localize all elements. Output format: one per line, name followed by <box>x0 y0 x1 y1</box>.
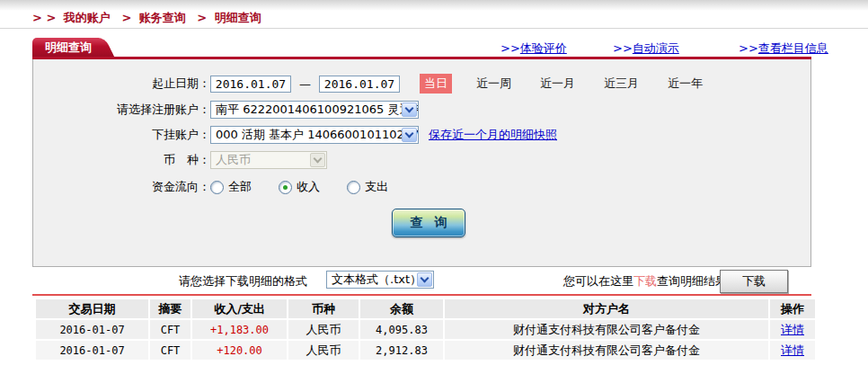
quick-range-quarter[interactable]: 近三月 <box>599 74 643 94</box>
download-format-value: 文本格式（.txt） <box>332 272 421 288</box>
cell-currency: 人民币 <box>288 341 359 360</box>
quick-range-today[interactable]: 当日 <box>420 74 452 94</box>
snapshot-link[interactable]: 保存近一个月的明细快照 <box>429 127 557 143</box>
download-format-label: 请您选择下载明细的格式 <box>179 273 307 289</box>
top-links: >>体验评价 >>自动演示 >>查看栏目信息 <box>0 40 811 57</box>
flow-option-expense[interactable]: 支出 <box>347 179 388 195</box>
query-form-panel: 起止日期： — 当日 近一周 近一月 近三月 近一年 请选择注册账户： 南平 6… <box>32 59 811 267</box>
chevron-down-icon[interactable] <box>402 102 417 117</box>
radio-icon[interactable] <box>347 181 360 194</box>
quick-range-week[interactable]: 近一周 <box>472 74 516 94</box>
breadcrumb-item-detail-query: 明细查询 <box>215 11 261 24</box>
divider-line <box>0 28 868 29</box>
cell-counterparty: 财付通支付科技有限公司客户备付金 <box>445 341 768 360</box>
detail-query-page: > > 我的账户 > 账务查询 > 明细查询 明细查询 >>体验评价 >>自动演… <box>0 0 868 383</box>
cell-amount: +1,183.00 <box>192 320 287 339</box>
download-hint-after: 查询明细结果 <box>657 274 727 288</box>
link-view-column-info[interactable]: >>查看栏目信息 <box>739 40 828 57</box>
col-header-summary: 摘要 <box>150 299 190 318</box>
download-format-select[interactable]: 文本格式（.txt） <box>326 271 434 289</box>
link-auto-demo[interactable]: >>自动演示 <box>613 40 679 57</box>
flow-option-income[interactable]: 收入 <box>279 179 320 195</box>
download-hint: 您可以在这里下载查询明细结果 <box>563 273 727 289</box>
col-header-counterparty: 对方户名 <box>445 299 768 318</box>
flow-option-all[interactable]: 全部 <box>210 179 252 195</box>
download-hint-highlight: 下载 <box>633 274 657 288</box>
cell-amount: +120.00 <box>192 341 287 360</box>
table-row: 2016-01-07 CFT +1,183.00 人民币 4,095.83 财付… <box>36 320 815 339</box>
detail-link[interactable]: 详情 <box>781 323 804 336</box>
detail-link[interactable]: 详情 <box>781 343 804 357</box>
breadcrumb-separator: > <box>121 11 131 24</box>
table-row: 2016-01-07 CFT +120.00 人民币 2,912.83 财付通支… <box>36 341 815 360</box>
breadcrumb-item-my-account[interactable]: 我的账户 <box>64 11 111 24</box>
chevron-down-icon[interactable] <box>417 272 432 287</box>
quick-range-year[interactable]: 近一年 <box>663 74 707 94</box>
cell-summary: CFT <box>150 341 190 360</box>
table-top-red-line <box>32 294 811 296</box>
transactions-table: 交易日期 摘要 收入/支出 币种 余额 对方户名 操作 2016-01-07 C… <box>34 298 817 361</box>
link-experience-rating[interactable]: >>体验评价 <box>500 40 567 57</box>
breadcrumb-item-account-query[interactable]: 账务查询 <box>139 11 186 24</box>
cell-balance: 2,912.83 <box>360 341 443 360</box>
account-select-value: 南平 6222001406100921065 灵通卡 <box>216 102 419 118</box>
query-button[interactable]: 查 询 <box>392 209 465 237</box>
chevron-down-icon[interactable] <box>402 128 417 142</box>
sub-account-label: 下挂账户： <box>33 127 210 143</box>
flow-option-income-label: 收入 <box>297 179 320 195</box>
sub-account-row: 下挂账户： 000 活期 基本户 1406600101102571848 保存近… <box>33 125 810 145</box>
cell-counterparty: 财付通支付科技有限公司客户备付金 <box>445 320 768 339</box>
breadcrumb-separator: > <box>197 11 207 24</box>
chevron-down-icon <box>310 153 325 167</box>
date-range-row: 起止日期： — 当日 近一周 近一月 近三月 近一年 <box>33 74 810 94</box>
fund-flow-label: 资金流向： <box>33 179 210 195</box>
fund-flow-row: 资金流向： 全部 收入 支出 <box>33 177 810 197</box>
cell-summary: CFT <box>150 320 190 339</box>
sub-account-select[interactable]: 000 活期 基本户 1406600101102571848 <box>210 126 419 144</box>
col-header-date: 交易日期 <box>36 299 148 318</box>
radio-icon[interactable] <box>210 181 224 194</box>
currency-select-value: 人民币 <box>216 152 251 168</box>
cell-balance: 4,095.83 <box>360 320 443 339</box>
flow-option-all-label: 全部 <box>228 179 252 195</box>
download-button[interactable]: 下载 <box>720 270 788 293</box>
breadcrumb-prefix: > > <box>32 11 56 24</box>
tab-detail-query[interactable]: 明细查询 <box>32 38 99 57</box>
download-row: 请您选择下载明细的格式 文本格式（.txt） 您可以在这里下载查询明细结果 下载 <box>0 270 868 293</box>
cell-date: 2016-01-07 <box>36 341 148 360</box>
date-to-input[interactable] <box>319 76 400 93</box>
account-label: 请选择注册账户： <box>33 102 210 118</box>
date-range-label: 起止日期： <box>33 76 210 92</box>
quick-range-month[interactable]: 近一月 <box>536 74 580 94</box>
breadcrumb: > > 我的账户 > 账务查询 > 明细查询 <box>32 10 265 26</box>
date-separator: — <box>299 77 311 91</box>
table-header-row: 交易日期 摘要 收入/支出 币种 余额 对方户名 操作 <box>36 299 815 318</box>
currency-label: 币 种： <box>33 152 210 168</box>
currency-select-disabled: 人民币 <box>210 151 327 169</box>
col-header-balance: 余额 <box>360 299 443 318</box>
flow-option-expense-label: 支出 <box>365 179 388 195</box>
download-hint-before: 您可以在这里 <box>563 274 633 288</box>
radio-icon[interactable] <box>279 181 292 194</box>
col-header-amount: 收入/支出 <box>192 299 287 318</box>
cell-date: 2016-01-07 <box>36 320 148 339</box>
sub-account-select-value: 000 活期 基本户 1406600101102571848 <box>216 127 419 143</box>
col-header-action: 操作 <box>770 299 815 318</box>
account-row: 请选择注册账户： 南平 6222001406100921065 灵通卡 <box>33 100 810 120</box>
col-header-currency: 币种 <box>288 299 359 318</box>
date-from-input[interactable] <box>210 76 291 93</box>
account-select[interactable]: 南平 6222001406100921065 灵通卡 <box>210 101 419 119</box>
currency-row: 币 种： 人民币 <box>33 150 810 170</box>
cell-currency: 人民币 <box>288 320 359 339</box>
